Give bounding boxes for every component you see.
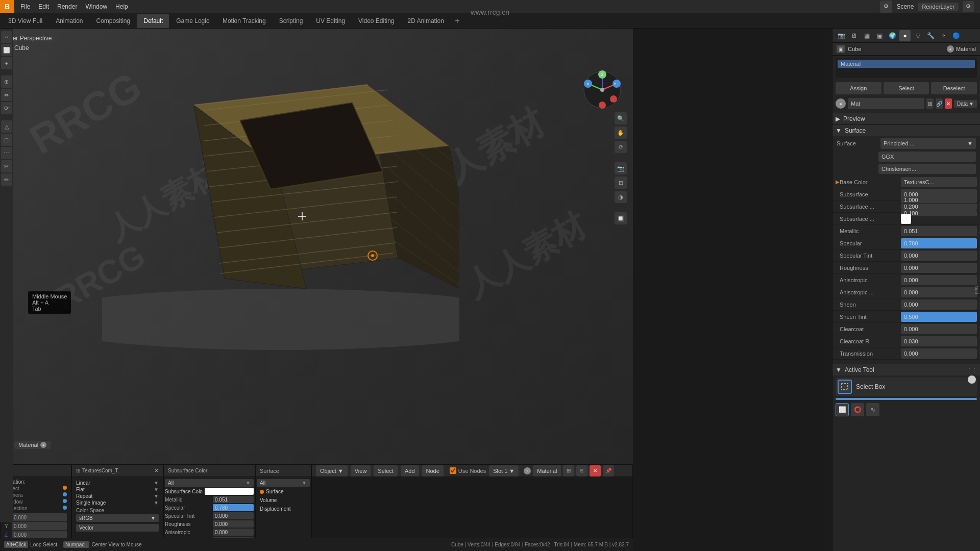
slot-select-btn[interactable]: Slot 1 ▼: [489, 465, 519, 477]
tab-gamelogic[interactable]: Game Logic: [170, 14, 215, 28]
tab-compositing[interactable]: Compositing: [90, 14, 137, 28]
material-copy-btn[interactable]: ⎘: [576, 465, 587, 477]
node-add-btn[interactable]: Add: [401, 465, 419, 477]
vector-input[interactable]: Vector: [76, 524, 159, 532]
use-nodes-checkbox[interactable]: [450, 467, 456, 474]
specular-tint-value[interactable]: 0.000: [901, 251, 977, 261]
extrude-btn[interactable]: △: [1, 120, 12, 133]
mat-browse-btn[interactable]: ⊞: [926, 98, 934, 109]
material-pin-btn[interactable]: 📌: [603, 465, 614, 477]
sheen-value[interactable]: 0.000: [901, 299, 977, 310]
surface-item[interactable]: Surface: [257, 488, 310, 495]
scene-props-tab[interactable]: ▣: [874, 30, 885, 41]
zoom-in-btn[interactable]: 🔍: [615, 112, 627, 124]
clearcoat-r-value[interactable]: 0.030: [901, 336, 977, 346]
roughness-value[interactable]: 0.000: [901, 263, 977, 273]
physics-props-tab[interactable]: 🔵: [950, 30, 962, 41]
render-props-tab[interactable]: 📷: [836, 30, 847, 41]
move-tool-btn[interactable]: ↔: [1, 31, 12, 43]
clearcoat-value[interactable]: 0.000: [901, 324, 977, 334]
tab-videoediting[interactable]: Video Editing: [352, 14, 401, 28]
sheen-tint-value[interactable]: 0.500: [901, 312, 977, 322]
rotate-side-btn[interactable]: ⟳: [1, 102, 12, 114]
subsurface2b-value[interactable]: 0.200: [901, 204, 977, 210]
data-btn[interactable]: Data ▼: [954, 100, 977, 108]
all-surface-btn[interactable]: All ▼: [257, 479, 310, 487]
tab-animation[interactable]: Animation: [50, 14, 89, 28]
tool-sub-circle-icon[interactable]: ⭕: [851, 403, 864, 416]
add-workspace-btn[interactable]: +: [451, 15, 463, 27]
preview-section-header[interactable]: ▶ Preview: [832, 113, 980, 124]
node-node-btn[interactable]: Node: [422, 465, 444, 477]
particles-props-tab[interactable]: ⁘: [938, 30, 949, 41]
cursor-btn[interactable]: +: [1, 57, 12, 69]
specular-shader-row[interactable]: Specular 0.780: [165, 504, 254, 511]
nav-gizmo[interactable]: Y X Z: [582, 69, 623, 110]
specular-value[interactable]: 0.780: [901, 238, 977, 248]
viewlayer-props-tab[interactable]: ▦: [861, 30, 872, 41]
viewport-3d[interactable]: RRCG 人人素材 人人素材 RRCG 人人素材: [0, 29, 633, 522]
tex-close-icon[interactable]: ✕: [154, 467, 159, 474]
aniso-shader-value[interactable]: 0.000: [213, 529, 254, 536]
scale-btn[interactable]: ⇔: [1, 89, 12, 101]
displacement-item[interactable]: Displacement: [257, 505, 310, 513]
active-tool-header[interactable]: ▼ Active Tool ⋮⋮: [832, 364, 980, 375]
base-color-value[interactable]: TexturesC...: [901, 177, 977, 187]
subsurface-color-swatch[interactable]: [901, 214, 911, 224]
subsurface2-value[interactable]: 1.000: [901, 197, 977, 203]
tool-sub-box-icon[interactable]: ⬜: [836, 403, 849, 416]
transform-btn[interactable]: ⊕: [1, 76, 12, 88]
menu-render[interactable]: Render: [53, 0, 81, 13]
bevel-btn[interactable]: ◻: [1, 134, 12, 146]
surface-type-select[interactable]: Principled ... ▼: [880, 138, 976, 149]
select-box-side-btn[interactable]: ⬜: [1, 44, 12, 56]
volume-item[interactable]: Volume: [257, 496, 310, 504]
node-object-mode-btn[interactable]: Object ▼: [316, 465, 348, 477]
tab-motiontracking[interactable]: Motion Tracking: [216, 14, 272, 28]
metallic-value[interactable]: 0.051: [901, 226, 977, 236]
material-delete-btn[interactable]: ✕: [590, 465, 601, 477]
assign-btn[interactable]: Assign: [836, 82, 881, 94]
subsurface2c-value[interactable]: 0.100: [901, 210, 977, 216]
menu-help[interactable]: Help: [111, 0, 132, 13]
subsurface-color-swatch[interactable]: [205, 488, 254, 495]
output-props-tab[interactable]: 🖥: [848, 30, 860, 41]
y-value[interactable]: 0.000: [12, 522, 67, 530]
ggx-select[interactable]: GGX: [878, 152, 976, 162]
world-props-tab[interactable]: 🌍: [887, 30, 898, 41]
deselect-btn[interactable]: Deselect: [931, 82, 977, 94]
node-view-btn[interactable]: View: [351, 465, 371, 477]
node-select-btn[interactable]: Select: [374, 465, 398, 477]
rotate-btn[interactable]: ⟳: [615, 141, 627, 153]
shading-btn[interactable]: ◑: [615, 191, 627, 203]
modifier-props-tab[interactable]: 🔧: [925, 30, 936, 41]
shader-all-row[interactable]: All ▼: [165, 479, 254, 487]
surface-section-header[interactable]: ▼ Surface: [832, 124, 980, 136]
render-layer-btn[interactable]: RenderLayer: [918, 3, 959, 11]
overlay-btn[interactable]: ⊞: [615, 177, 627, 189]
srgb-select[interactable]: sRGB ▼: [76, 514, 159, 522]
specular-shader-value[interactable]: 0.780: [213, 504, 254, 511]
material-browse-btn[interactable]: ⊞: [563, 465, 574, 477]
polypen-btn[interactable]: ✏: [1, 173, 12, 186]
tab-scripting[interactable]: Scripting: [273, 14, 309, 28]
menu-window[interactable]: Window: [81, 0, 111, 13]
object-props-tab[interactable]: ▽: [912, 30, 923, 41]
menu-edit[interactable]: Edit: [34, 0, 53, 13]
tab-3dviewfull[interactable]: 3D View Full: [2, 14, 48, 28]
local-view-btn[interactable]: 🔲: [615, 212, 627, 224]
spec-tint-shader-value[interactable]: 0.000: [213, 512, 254, 519]
anisotropic-value[interactable]: 0.000: [901, 275, 977, 285]
rough-shader-value[interactable]: 0.000: [213, 520, 254, 528]
mat-delete-btn[interactable]: ✕: [945, 98, 952, 109]
x-value[interactable]: 0.000: [12, 513, 67, 521]
knife-btn[interactable]: ✂: [1, 160, 12, 172]
metallic-shader-value[interactable]: 0.051: [213, 496, 254, 503]
tab-uvediting[interactable]: UV Editing: [310, 14, 351, 28]
pan-btn[interactable]: ✋: [615, 127, 627, 139]
camera-persp-btn[interactable]: 📷: [615, 162, 627, 174]
material-name-btn[interactable]: Material: [533, 465, 561, 477]
menu-file[interactable]: File: [16, 0, 34, 13]
scene-settings-btn[interactable]: ⚙: [963, 1, 974, 12]
tab-default[interactable]: Default: [137, 14, 169, 28]
